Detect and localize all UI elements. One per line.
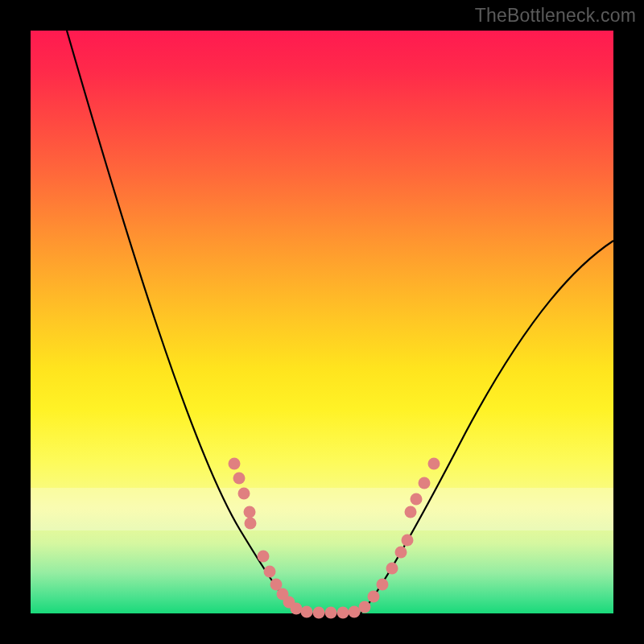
marker-point <box>419 477 431 489</box>
marker-point <box>258 551 270 563</box>
marker-point <box>233 473 246 485</box>
marker-point <box>337 607 349 619</box>
chart-frame: TheBottleneck.com <box>0 0 644 644</box>
marker-point <box>402 535 414 547</box>
marker-point <box>244 506 256 518</box>
marker-point <box>264 566 276 578</box>
marker-point <box>291 603 303 615</box>
marker-group <box>229 458 440 619</box>
marker-point <box>349 606 361 618</box>
marker-point <box>313 607 325 619</box>
marker-point <box>386 563 398 575</box>
curve-layer <box>31 31 613 613</box>
brand-label: TheBottleneck.com <box>475 5 636 27</box>
marker-point <box>411 493 423 506</box>
marker-point <box>229 458 241 470</box>
marker-point <box>325 607 337 619</box>
marker-point <box>301 606 313 618</box>
left-curve <box>67 31 298 613</box>
marker-point <box>428 458 440 470</box>
marker-point <box>368 591 380 603</box>
marker-point <box>395 547 407 559</box>
marker-point <box>245 518 257 530</box>
marker-point <box>405 506 417 518</box>
marker-point <box>377 579 389 591</box>
marker-point <box>359 601 371 613</box>
plot-area <box>31 31 613 613</box>
marker-point <box>238 488 250 500</box>
